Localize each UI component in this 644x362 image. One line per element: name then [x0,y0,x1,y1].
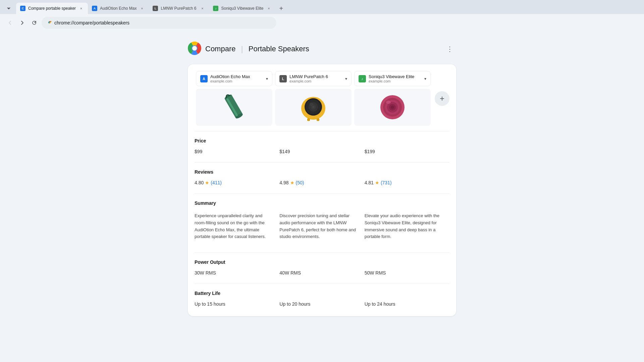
tab-audiotion-echo-max[interactable]: A AudiOtion Echo Max × [88,3,149,14]
reviews-section-label: Reviews [195,165,449,177]
tab4-close-button[interactable]: × [266,6,271,11]
product-1-header[interactable]: A AudiOtion Echo Max example.com ▾ [196,71,272,86]
tab-soniqu3-vibewave[interactable]: ♪ Soniqu3 Vibewave Elite × [209,3,275,14]
tab1-favicon: C [20,6,25,11]
product-3-rating-value: 4.81 [365,180,374,185]
svg-point-24 [386,101,391,104]
product-1-battery: Up to 15 hours [195,301,279,307]
summary-data-row: Experience unparalleled clarity and room… [195,208,449,247]
compare-container: Compare | Portable Speakers ⋮ A AudiOtio… [188,42,456,352]
compare-app-name: Compare [205,45,235,53]
header-separator: | [241,44,243,54]
price-divider [195,131,449,131]
product-3-review-count-link[interactable]: (731) [381,180,392,185]
product-2-battery: Up to 20 hours [279,301,364,307]
svg-rect-11 [317,118,319,121]
battery-section-label: Battery Life [195,287,449,299]
product-1-price: $99 [195,149,279,154]
product-1-domain: example.com [210,79,263,83]
tab3-favicon: L [153,6,158,11]
product-2-dropdown-icon: ▾ [345,76,347,81]
product-2-star-icon: ★ [290,180,294,185]
reviews-data-row: 4.80 ★ (411) 4.98 ★ (50) 4.81 ★ [195,177,449,188]
product-1-power: 30W RMS [195,270,279,276]
page-header: Compare | Portable Speakers ⋮ [188,42,456,56]
address-input[interactable]: chrome://compare/portablespeakers [42,17,276,29]
product-2-reviews: 4.98 ★ (50) [279,180,364,185]
svg-point-4 [192,46,197,51]
new-tab-button[interactable]: + [275,3,287,14]
tab3-title: LMNW PurePatch 6 [161,6,197,11]
reload-button[interactable] [30,18,39,27]
tab3-close-button[interactable]: × [200,6,205,11]
add-product-button[interactable]: + [435,91,449,106]
product-2-name: LMNW PurePatch 6 [289,74,342,79]
product-2-info: LMNW PurePatch 6 example.com [289,74,342,83]
product-2-selector: L LMNW PurePatch 6 example.com ▾ [274,71,353,126]
tab-lmnw-purepatch[interactable]: L LMNW PurePatch 6 × [149,3,209,14]
tab4-favicon: ♪ [213,6,218,11]
product-3-info: Soniqu3 Vibewave Elite example.com [369,74,422,83]
reviews-divider [195,162,449,163]
product-3-dropdown-icon: ▾ [424,76,426,81]
product-1-review-count-link[interactable]: (411) [211,180,222,185]
product-1-name: AudiOtion Echo Max [210,74,263,79]
product-1-selector: A AudiOtion Echo Max example.com ▾ [195,71,274,126]
product-3-image [354,89,431,126]
product-1-dropdown-icon: ▾ [266,76,268,81]
forward-button[interactable] [17,18,27,27]
svg-point-23 [391,106,394,109]
price-data-row: $99 $149 $199 [195,146,449,157]
product-2-review-count: 50 [297,180,303,185]
product-1-image [196,89,272,126]
product-1-reviews: 4.80 ★ (411) [195,180,279,185]
power-section-label: Power Output [195,255,449,267]
product-1-icon: A [200,75,208,82]
more-options-button[interactable]: ⋮ [444,43,456,55]
product-1-rating-row: 4.80 ★ (411) [195,180,274,185]
product-2-power: 40W RMS [279,270,364,276]
product-3-battery: Up to 24 hours [365,301,449,307]
battery-data-row: Up to 15 hours Up to 20 hours Up to 24 h… [195,299,449,309]
product-2-header[interactable]: L LMNW PurePatch 6 example.com ▾ [275,71,352,86]
page-content: Compare | Portable Speakers ⋮ A AudiOtio… [0,32,644,362]
tab1-title: Compare portable speaker [28,6,76,11]
tab1-close-button[interactable]: × [78,6,84,11]
tab-dropdown-button[interactable] [3,3,15,14]
summary-section-label: Summary [195,196,449,208]
speaker-3-svg [376,89,409,126]
product-2-image [275,89,352,126]
product-2-icon: L [279,75,287,82]
product-3-rating-row: 4.81 ★ (731) [365,180,444,185]
summary-divider [195,193,449,194]
back-button[interactable] [5,18,15,27]
product-1-summary-cell: Experience unparalleled clarity and room… [195,211,279,244]
product-2-summary: Discover precision tuning and stellar au… [279,211,359,244]
tab4-title: Soniqu3 Vibewave Elite [221,6,263,11]
svg-point-17 [310,103,313,106]
browser-frame: C Compare portable speaker × A AudiOtion… [0,0,644,32]
tab2-favicon: A [92,6,97,11]
product-2-price: $149 [279,149,364,154]
tab2-title: AudiOtion Echo Max [100,6,137,11]
page-header-left: Compare | Portable Speakers [188,42,309,56]
product-2-domain: example.com [289,79,342,83]
battery-divider [195,284,449,284]
tab-compare-portable-speakers[interactable]: C Compare portable speaker × [16,3,88,14]
product-3-summary-cell: Elevate your audio experience with the S… [365,211,449,244]
product-2-review-count-link[interactable]: (50) [296,180,304,185]
product-2-summary-cell: Discover precision tuning and stellar au… [279,211,364,244]
tab2-close-button[interactable]: × [139,6,145,11]
product-2-rating-row: 4.98 ★ (50) [279,180,359,185]
product-3-header[interactable]: ♪ Soniqu3 Vibewave Elite example.com ▾ [354,71,431,86]
product-3-name: Soniqu3 Vibewave Elite [369,74,422,79]
power-divider [195,252,449,253]
product-1-info: AudiOtion Echo Max example.com [210,74,263,83]
speaker-1-svg [217,89,251,126]
product-3-reviews: 4.81 ★ (731) [365,180,449,185]
price-section-label: Price [195,134,449,146]
page-title: Portable Speakers [249,45,309,53]
product-2-rating-value: 4.98 [279,180,288,185]
product-3-domain: example.com [369,79,422,83]
compare-card: A AudiOtion Echo Max example.com ▾ [188,64,456,316]
